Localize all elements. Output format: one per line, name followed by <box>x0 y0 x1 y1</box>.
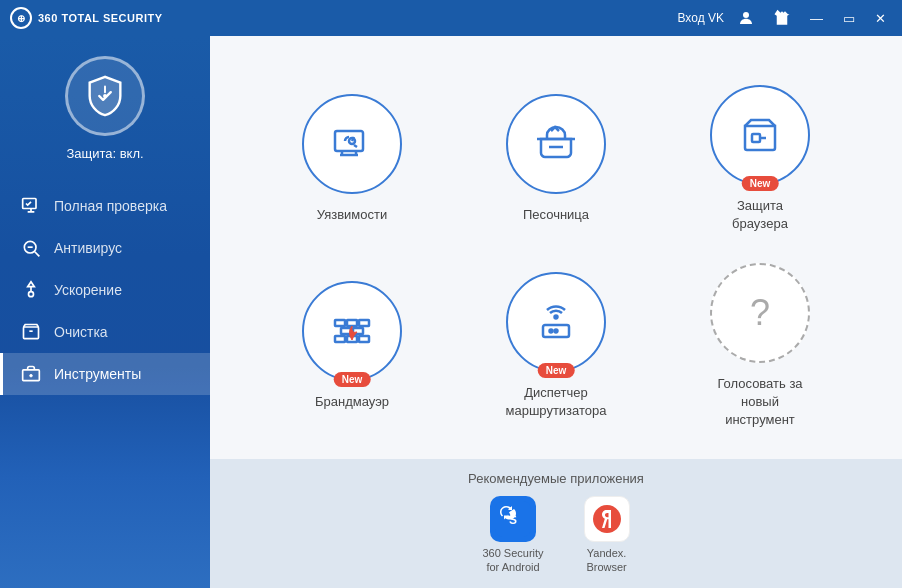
router-manager-label: Диспетчермаршрутизатора <box>505 384 606 420</box>
svg-line-4 <box>35 252 40 257</box>
vulnerabilities-label: Уязвимости <box>317 206 387 224</box>
vk-login-button[interactable]: Вход VK <box>678 11 725 25</box>
sidebar-item-cleanup[interactable]: Очистка <box>0 311 210 353</box>
title-bar-controls: Вход VK — ▭ ✕ <box>678 4 893 32</box>
router-manager-new-badge: New <box>538 363 575 378</box>
sidebar-item-speedup[interactable]: Ускорение <box>0 269 210 311</box>
browser-protection-circle: New <box>710 85 810 185</box>
logo-icon: ⊕ <box>10 7 32 29</box>
browser-protection-new-badge: New <box>742 176 779 191</box>
tool-sandbox[interactable]: Песочница <box>454 66 658 253</box>
recommended-section: Рекомендуемые приложения S 360 Securityf… <box>210 459 902 588</box>
svg-point-24 <box>555 315 558 318</box>
360security-label: 360 Securityfor Android <box>482 546 543 575</box>
user-icon[interactable] <box>732 4 760 32</box>
sidebar: Защита: вкл. Полная проверка Антивиру <box>0 36 210 588</box>
full-scan-label: Полная проверка <box>54 198 167 214</box>
firewall-label: Брандмауэр <box>315 393 389 411</box>
main-layout: Защита: вкл. Полная проверка Антивиру <box>0 36 902 588</box>
title-bar: ⊕ 360 TOTAL SECURITY Вход VK — ▭ ✕ <box>0 0 902 36</box>
firewall-new-badge: New <box>334 372 371 387</box>
speedup-label: Ускорение <box>54 282 122 298</box>
recommended-apps: S 360 Securityfor Android <box>230 496 882 575</box>
svg-rect-16 <box>347 320 357 326</box>
protection-status: Защита: вкл. <box>66 146 143 161</box>
svg-rect-15 <box>335 320 345 326</box>
shield-icon <box>65 56 145 136</box>
svg-point-25 <box>550 329 553 332</box>
svg-rect-7 <box>24 327 39 339</box>
recommended-title: Рекомендуемые приложения <box>230 471 882 486</box>
tool-vote[interactable]: ? Голосовать зановыйинструмент <box>658 253 862 440</box>
content-area: Уязвимости Песочница <box>210 36 902 588</box>
app-360security[interactable]: S 360 Securityfor Android <box>482 496 543 575</box>
app-title: 360 TOTAL SECURITY <box>38 12 163 24</box>
close-button[interactable]: ✕ <box>869 10 892 27</box>
yandex-icon <box>584 496 630 542</box>
router-manager-circle: New <box>506 272 606 372</box>
tools-grid: Уязвимости Песочница <box>210 36 902 459</box>
sidebar-item-tools[interactable]: Инструменты <box>0 353 210 395</box>
svg-point-6 <box>29 292 34 297</box>
antivirus-icon <box>20 237 42 259</box>
tool-firewall[interactable]: New Брандмауэр <box>250 253 454 440</box>
tools-icon <box>20 363 42 385</box>
sidebar-item-antivirus[interactable]: Антивирус <box>0 227 210 269</box>
sidebar-item-full-scan[interactable]: Полная проверка <box>0 185 210 227</box>
tool-browser-protection[interactable]: New Защитабраузера <box>658 66 862 253</box>
speedup-icon <box>20 279 42 301</box>
vote-circle: ? <box>710 263 810 363</box>
sandbox-label: Песочница <box>523 206 589 224</box>
maximize-button[interactable]: ▭ <box>837 10 861 27</box>
tool-vulnerabilities[interactable]: Уязвимости <box>250 66 454 253</box>
question-mark-icon: ? <box>750 292 770 334</box>
svg-rect-20 <box>335 336 345 342</box>
app-yandex[interactable]: Yandex.Browser <box>584 496 630 575</box>
svg-point-0 <box>743 12 749 18</box>
svg-rect-17 <box>359 320 369 326</box>
svg-point-26 <box>555 329 558 332</box>
vulnerabilities-circle <box>302 94 402 194</box>
svg-rect-14 <box>752 134 760 142</box>
browser-protection-label: Защитабраузера <box>732 197 788 233</box>
svg-text:S: S <box>509 513 517 527</box>
cleanup-icon <box>20 321 42 343</box>
vote-label: Голосовать зановыйинструмент <box>717 375 802 430</box>
svg-point-1 <box>103 94 107 98</box>
cleanup-label: Очистка <box>54 324 108 340</box>
app-logo: ⊕ 360 TOTAL SECURITY <box>10 7 163 29</box>
sandbox-circle <box>506 94 606 194</box>
svg-rect-22 <box>359 336 369 342</box>
yandex-label: Yandex.Browser <box>586 546 626 575</box>
tools-label: Инструменты <box>54 366 141 382</box>
antivirus-label: Антивирус <box>54 240 122 256</box>
full-scan-icon <box>20 195 42 217</box>
shirt-icon[interactable] <box>768 4 796 32</box>
360security-icon: S <box>490 496 536 542</box>
firewall-circle: New <box>302 281 402 381</box>
tool-router-manager[interactable]: New Диспетчермаршрутизатора <box>454 253 658 440</box>
minimize-button[interactable]: — <box>804 10 829 27</box>
